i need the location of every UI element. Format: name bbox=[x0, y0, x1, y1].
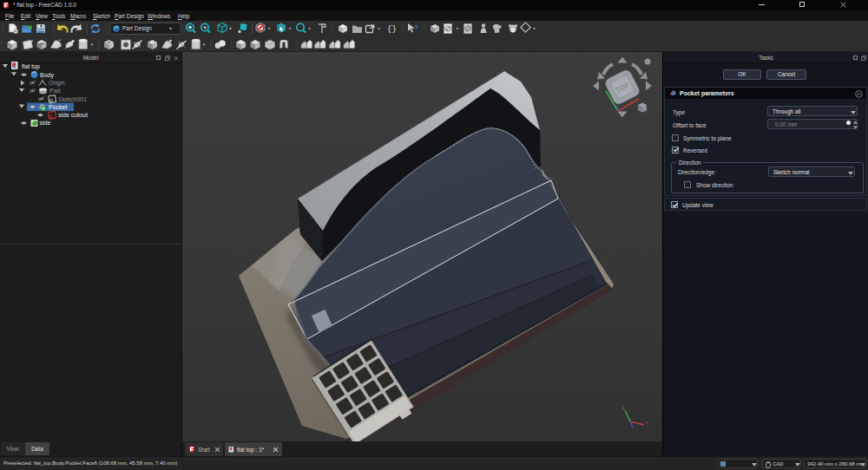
svg-text:Body: Body bbox=[40, 72, 54, 79]
svg-text:flat top: flat top bbox=[22, 63, 40, 70]
svg-text:side cutout: side cutout bbox=[58, 112, 88, 118]
svg-text:side: side bbox=[40, 120, 51, 126]
svg-text:Pocket: Pocket bbox=[49, 104, 67, 110]
svg-text:Part Design: Part Design bbox=[122, 25, 152, 32]
svg-text:Sketch001: Sketch001 bbox=[58, 96, 87, 102]
svg-text:Pad: Pad bbox=[49, 88, 61, 94]
svg-text:Origin: Origin bbox=[49, 80, 65, 87]
svg-text:?: ? bbox=[414, 23, 418, 31]
svg-text:{}: {} bbox=[387, 25, 397, 34]
